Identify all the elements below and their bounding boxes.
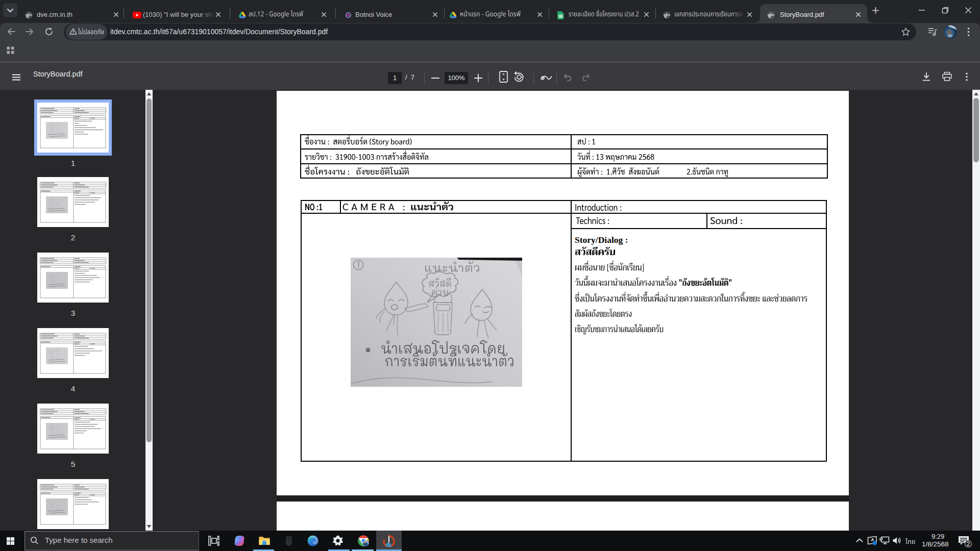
svg-text:2: 2 xyxy=(967,541,970,547)
